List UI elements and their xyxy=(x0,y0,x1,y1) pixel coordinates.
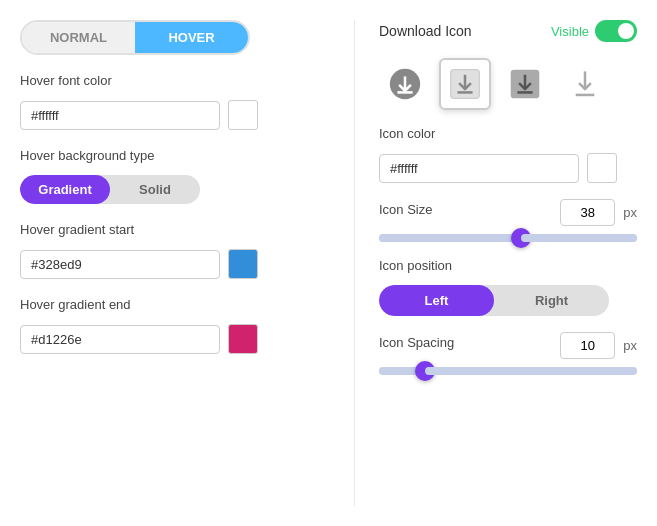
icon-size-slider[interactable] xyxy=(379,234,637,242)
icon-size-input[interactable] xyxy=(560,199,615,226)
download-icon-title: Download Icon xyxy=(379,23,472,39)
download-header: Download Icon Visible xyxy=(379,20,637,42)
hover-font-color-label: Hover font color xyxy=(20,73,330,88)
icon-position-toggle[interactable]: Left Right xyxy=(379,285,609,316)
hover-gradient-start-section: Hover gradient start xyxy=(20,222,330,279)
icon-spacing-section: Icon Spacing px xyxy=(379,332,637,375)
visible-toggle[interactable] xyxy=(595,20,637,42)
icon-size-section: Icon Size px xyxy=(379,199,637,242)
icon-position-section: Icon position Left Right xyxy=(379,258,637,316)
hover-gradient-end-label: Hover gradient end xyxy=(20,297,330,312)
tab-hover[interactable]: HOVER xyxy=(135,22,248,53)
icon-position-label: Icon position xyxy=(379,258,637,273)
icon-color-swatch[interactable] xyxy=(587,153,617,183)
download-square-dark-icon xyxy=(509,68,541,100)
icon-previews xyxy=(379,58,637,110)
icon-size-unit: px xyxy=(623,205,637,220)
bg-solid-btn[interactable]: Solid xyxy=(110,175,200,204)
hover-gradient-start-swatch[interactable] xyxy=(228,249,258,279)
icon-preview-square-dark[interactable] xyxy=(499,58,551,110)
hover-gradient-end-input[interactable] xyxy=(20,325,220,354)
panel-divider xyxy=(354,20,355,506)
visible-label: Visible xyxy=(551,24,589,39)
hover-bg-type-label: Hover background type xyxy=(20,148,330,163)
icon-spacing-slider[interactable] xyxy=(379,367,637,375)
hover-font-color-section: Hover font color xyxy=(20,73,330,130)
right-panel: Download Icon Visible xyxy=(379,20,637,506)
icon-preview-circle[interactable] xyxy=(379,58,431,110)
icon-color-row xyxy=(379,153,637,183)
icon-color-input[interactable] xyxy=(379,154,579,183)
hover-font-color-swatch[interactable] xyxy=(228,100,258,130)
left-panel: NORMAL HOVER Hover font color Hover back… xyxy=(20,20,330,506)
hover-bg-type-section: Hover background type Gradient Solid xyxy=(20,148,330,204)
download-square-border-icon xyxy=(449,68,481,100)
icon-spacing-input[interactable] xyxy=(560,332,615,359)
icon-spacing-label: Icon Spacing xyxy=(379,335,454,350)
icon-spacing-row: Icon Spacing px xyxy=(379,332,637,359)
icon-spacing-unit: px xyxy=(623,338,637,353)
icon-color-label: Icon color xyxy=(379,126,637,141)
download-plain-icon xyxy=(569,68,601,100)
icon-preview-plain[interactable] xyxy=(559,58,611,110)
position-left-btn[interactable]: Left xyxy=(379,285,494,316)
hover-gradient-end-swatch[interactable] xyxy=(228,324,258,354)
hover-gradient-end-section: Hover gradient end xyxy=(20,297,330,354)
icon-color-section: Icon color xyxy=(379,126,637,183)
mode-toggle[interactable]: NORMAL HOVER xyxy=(20,20,250,55)
hover-font-color-input[interactable] xyxy=(20,101,220,130)
position-right-btn[interactable]: Right xyxy=(494,285,609,316)
bg-gradient-btn[interactable]: Gradient xyxy=(20,175,110,204)
hover-gradient-end-row xyxy=(20,324,330,354)
bg-type-toggle[interactable]: Gradient Solid xyxy=(20,175,200,204)
download-circle-icon xyxy=(389,68,421,100)
icon-size-label: Icon Size xyxy=(379,202,432,217)
hover-font-color-row xyxy=(20,100,330,130)
icon-preview-square-border[interactable] xyxy=(439,58,491,110)
hover-gradient-start-label: Hover gradient start xyxy=(20,222,330,237)
icon-size-row: Icon Size px xyxy=(379,199,637,226)
hover-gradient-start-input[interactable] xyxy=(20,250,220,279)
tab-normal[interactable]: NORMAL xyxy=(22,22,135,53)
visible-row: Visible xyxy=(551,20,637,42)
hover-gradient-start-row xyxy=(20,249,330,279)
